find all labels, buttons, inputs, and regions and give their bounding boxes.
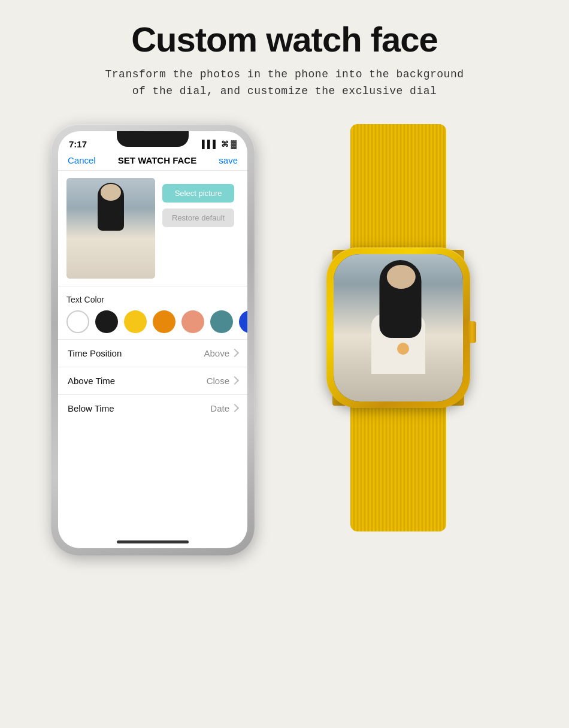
menu-label-time-position: Time Position (68, 348, 122, 358)
color-teal[interactable] (210, 310, 233, 333)
status-icons: ▌▌▌ ⌘ ▓ (202, 140, 237, 149)
color-blue[interactable] (239, 310, 247, 333)
menu-value-time-position: Above (204, 348, 229, 358)
menu-value-below-time: Date (210, 403, 229, 413)
phone-outer: 7:17 ▌▌▌ ⌘ ▓ Cancel SET WATCH FACE save (51, 124, 255, 555)
chevron-icon-below-time (231, 404, 239, 412)
photo-preview (66, 178, 155, 279)
watch-case (326, 247, 470, 408)
signal-icon: ▌▌▌ (202, 140, 219, 149)
watch-mockup (279, 124, 518, 531)
save-button[interactable]: save (219, 155, 238, 165)
page-header: Custom watch face Transform the photos i… (0, 0, 569, 106)
watch-figure-head (387, 265, 416, 289)
status-time: 7:17 (69, 139, 87, 149)
menu-value-wrap-time-position: Above (204, 348, 238, 358)
band-top (350, 124, 446, 256)
color-yellow[interactable] (124, 310, 147, 333)
color-white[interactable] (66, 310, 89, 333)
menu-label-below-time: Below Time (68, 403, 114, 413)
photo-figure (66, 178, 155, 279)
content-area: 7:17 ▌▌▌ ⌘ ▓ Cancel SET WATCH FACE save (0, 124, 569, 555)
color-peach[interactable] (181, 310, 204, 333)
color-row (58, 308, 247, 339)
text-color-label: Text Color (58, 289, 247, 308)
menu-row-time-position[interactable]: Time Position Above (58, 339, 247, 367)
divider-1 (58, 286, 247, 286)
menu-label-above-time: Above Time (68, 376, 115, 386)
band-bottom (350, 400, 446, 531)
nav-bar: Cancel SET WATCH FACE save (58, 153, 247, 171)
menu-row-below-time[interactable]: Below Time Date (58, 394, 247, 422)
menu-value-above-time: Close (207, 376, 229, 386)
photo-buttons: Select picture Restore default (162, 178, 234, 227)
watch-container (284, 124, 512, 531)
phone-notch (117, 131, 189, 147)
cancel-button[interactable]: Cancel (68, 155, 96, 165)
menu-value-wrap-above-time: Close (207, 376, 238, 386)
restore-default-button[interactable]: Restore default (162, 209, 234, 227)
watch-flower (397, 343, 409, 355)
watch-photo (334, 254, 463, 401)
nav-title: SET WATCH FACE (118, 155, 196, 165)
select-picture-button[interactable]: Select picture (162, 184, 234, 203)
color-orange[interactable] (153, 310, 175, 333)
photo-area: Select picture Restore default (58, 171, 247, 283)
chevron-icon-above-time (231, 376, 239, 385)
home-indicator (117, 540, 189, 543)
phone-mockup: 7:17 ▌▌▌ ⌘ ▓ Cancel SET WATCH FACE save (51, 124, 255, 555)
battery-icon: ▓ (231, 140, 237, 149)
watch-screen (334, 254, 463, 401)
phone-inner: 7:17 ▌▌▌ ⌘ ▓ Cancel SET WATCH FACE save (58, 131, 247, 548)
chevron-icon-time-position (231, 349, 239, 357)
wifi-icon: ⌘ (221, 140, 229, 149)
page-title: Custom watch face (0, 19, 569, 59)
menu-value-wrap-below-time: Date (210, 403, 238, 413)
watch-crown (468, 321, 476, 343)
color-black[interactable] (95, 310, 118, 333)
menu-row-above-time[interactable]: Above Time Close (58, 367, 247, 394)
subtitle: Transform the photos in the phone into t… (0, 67, 569, 100)
